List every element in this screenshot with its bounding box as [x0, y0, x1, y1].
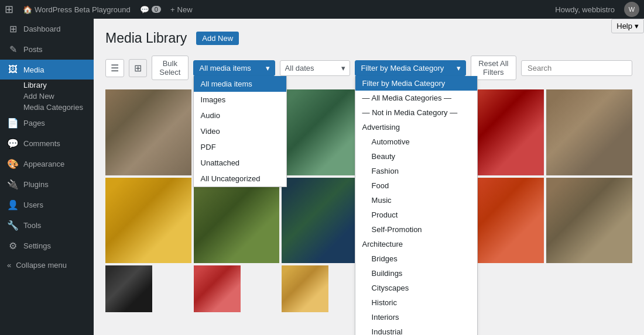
cat-item-all-categories[interactable]: — All Media Categories — [355, 91, 477, 105]
plus-icon: + [170, 5, 175, 14]
cat-item-product[interactable]: Product [355, 208, 477, 222]
sidebar-item-dashboard[interactable]: ⊞ Dashboard [0, 19, 94, 39]
help-arrow-icon: ▾ [635, 22, 639, 30]
media-item[interactable] [282, 265, 328, 312]
media-item[interactable] [546, 89, 632, 175]
sidebar: ⊞ Dashboard ✎ Posts 🖼 Media Library Add … [0, 19, 94, 335]
dropdown-item-audio[interactable]: Audio [194, 108, 286, 123]
comments-icon: 💬 [140, 5, 149, 14]
cat-item-cityscapes[interactable]: Cityscapes [355, 281, 477, 295]
sidebar-sub-library[interactable]: Library [0, 80, 94, 91]
new-link[interactable]: + New [170, 5, 193, 14]
dropdown-item-pdf[interactable]: PDF [194, 139, 286, 155]
sidebar-item-comments[interactable]: 💬 Comments [0, 133, 94, 154]
pages-icon: 📄 [7, 118, 19, 129]
sidebar-item-media[interactable]: 🖼 Media [0, 60, 94, 80]
comments-link[interactable]: 💬 0 [140, 5, 161, 14]
new-label: New [177, 5, 193, 14]
media-items-arrow-icon: ▾ [266, 64, 270, 72]
search-input[interactable] [521, 60, 632, 76]
help-area: Help ▾ [611, 19, 644, 33]
wp-logo-icon: ⊞ [5, 3, 13, 16]
sidebar-label-pages: Pages [23, 119, 45, 127]
sidebar-item-appearance[interactable]: 🎨 Appearance [0, 154, 94, 174]
collapse-label: Collapse menu [16, 261, 67, 270]
bulk-select-button[interactable]: Bulk Select [152, 56, 189, 80]
dropdown-item-video[interactable]: Video [194, 123, 286, 139]
sidebar-label-posts: Posts [23, 45, 43, 54]
sidebar-sub-add-new[interactable]: Add New [0, 91, 94, 102]
all-dates-select[interactable]: All dates [280, 60, 350, 76]
media-item[interactable] [105, 265, 152, 312]
list-view-button[interactable]: ☰ [105, 59, 124, 77]
category-arrow-icon: ▾ [457, 64, 461, 72]
cat-item-not-in-category[interactable]: — Not in Media Category — [355, 105, 477, 120]
sidebar-label-comments: Comments [23, 139, 60, 148]
cat-item-buildings[interactable]: Buildings [355, 266, 477, 281]
sidebar-label-users: Users [23, 201, 43, 209]
cat-item-advertising[interactable]: Advertising [355, 120, 477, 134]
cat-item-self-promotion[interactable]: Self-Promotion [355, 222, 477, 237]
dropdown-item-all-uncategorized[interactable]: All Uncategorized [194, 171, 286, 187]
cat-item-industrial[interactable]: Industrial [355, 324, 477, 336]
howdy-text: Howdy, webbistro [555, 5, 615, 14]
avatar: W [624, 2, 639, 17]
collapse-menu-button[interactable]: « Collapse menu [0, 256, 94, 274]
sidebar-item-users[interactable]: 👤 Users [0, 195, 94, 215]
cat-item-automotive[interactable]: Automotive [355, 134, 477, 149]
add-new-button[interactable]: Add New [196, 32, 239, 45]
sidebar-label-media: Media [23, 65, 44, 74]
media-item[interactable] [546, 178, 632, 264]
media-items-dropdown: All media items Images Audio Video PDF U… [193, 76, 287, 187]
sidebar-label-tools: Tools [23, 221, 41, 230]
tools-icon: 🔧 [7, 220, 19, 231]
cat-item-food[interactable]: Food [355, 178, 477, 193]
comments-count: 0 [152, 6, 161, 13]
all-dates-wrapper: All dates [280, 60, 350, 76]
main-content: Help ▾ Media Library Add New ☰ ⊞ Bulk Se… [94, 19, 644, 335]
cat-item-fashion[interactable]: Fashion [355, 164, 477, 178]
sidebar-label-dashboard: Dashboard [23, 25, 61, 33]
site-name: WordPress Beta Playground [35, 5, 131, 14]
sidebar-item-plugins[interactable]: 🔌 Plugins [0, 174, 94, 195]
help-button[interactable]: Help ▾ [611, 19, 644, 33]
cat-item-bridges[interactable]: Bridges [355, 251, 477, 266]
dropdown-item-images[interactable]: Images [194, 92, 286, 108]
users-icon: 👤 [7, 199, 19, 210]
dropdown-item-unattached[interactable]: Unattached [194, 155, 286, 171]
sidebar-item-tools[interactable]: 🔧 Tools [0, 215, 94, 236]
cat-item-interiors[interactable]: Interiors [355, 310, 477, 324]
cat-item-historic[interactable]: Historic [355, 295, 477, 310]
dropdown-item-all-media[interactable]: All media items [194, 76, 286, 92]
sidebar-label-settings: Settings [23, 241, 51, 250]
page-header: Media Library Add New [105, 30, 632, 46]
sidebar-label-plugins: Plugins [23, 180, 49, 189]
category-select-label: Filter by Media Category [361, 64, 444, 72]
cat-item-architecture[interactable]: Architecture [355, 237, 477, 251]
category-select[interactable]: Filter by Media Category ▾ [355, 60, 466, 76]
media-item[interactable] [194, 265, 241, 312]
sidebar-item-pages[interactable]: 📄 Pages [0, 113, 94, 133]
cat-item-beauty[interactable]: Beauty [355, 149, 477, 164]
media-items-value: All media items [200, 64, 251, 72]
category-dropdown: Filter by Media Category — All Media Cat… [355, 76, 478, 336]
sidebar-item-posts[interactable]: ✎ Posts [0, 39, 94, 60]
media-items-dropdown-wrapper: All media items ▾ All media items Images… [193, 60, 275, 76]
posts-icon: ✎ [7, 44, 19, 55]
toolbar: ☰ ⊞ Bulk Select All media items ▾ All me… [105, 56, 632, 80]
sidebar-label-appearance: Appearance [23, 160, 64, 168]
sidebar-sub-media-categories[interactable]: Media Categories [0, 102, 94, 113]
grid-view-button[interactable]: ⊞ [129, 59, 147, 77]
site-name-link[interactable]: 🏠 WordPress Beta Playground [23, 5, 131, 14]
cat-item-music[interactable]: Music [355, 193, 477, 208]
media-item[interactable] [105, 178, 191, 264]
sidebar-item-settings[interactable]: ⚙ Settings [0, 236, 94, 256]
media-items-select[interactable]: All media items ▾ [193, 60, 275, 76]
home-icon: 🏠 [23, 5, 32, 14]
category-select-wrapper: Filter by Media Category ▾ Filter by Med… [355, 60, 466, 76]
cat-item-header[interactable]: Filter by Media Category [355, 76, 477, 91]
media-item[interactable] [105, 89, 191, 175]
media-icon: 🖼 [7, 64, 19, 75]
media-item[interactable] [194, 178, 280, 264]
plugins-icon: 🔌 [7, 179, 19, 190]
